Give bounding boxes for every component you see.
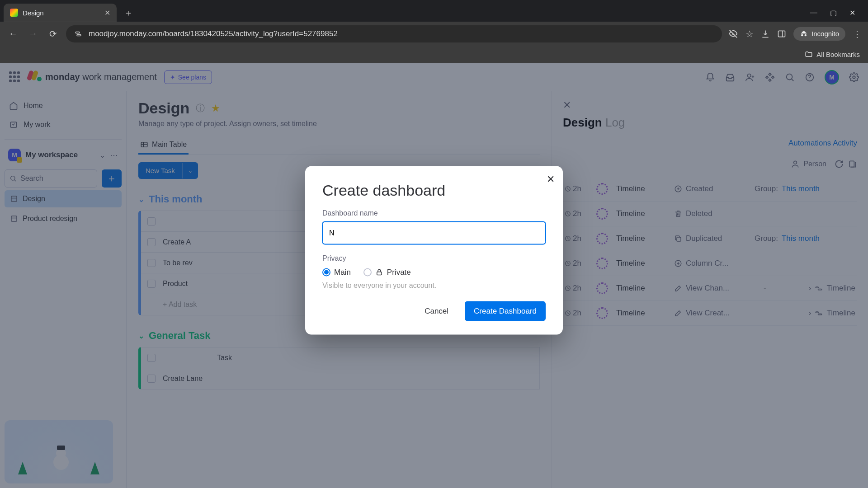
sidepanel-icon[interactable] [777,29,786,38]
cancel-button[interactable]: Cancel [415,301,458,321]
lock-icon [375,268,383,276]
tab-close-icon[interactable]: ✕ [104,9,110,17]
window-close-icon[interactable]: ✕ [849,9,855,17]
svg-rect-0 [75,32,80,33]
name-field-label: Dashboard name [322,209,546,217]
privacy-option-private[interactable]: Private [363,267,411,277]
browser-tab[interactable]: Design ✕ [4,4,117,22]
tab-favicon [10,9,18,17]
nav-back-icon[interactable]: ← [6,27,20,41]
svg-rect-1 [77,34,81,36]
url-text: moodjoy.monday.com/boards/1830420525/act… [89,29,338,38]
bookmarks-folder-icon [805,50,813,58]
nav-forward-icon[interactable]: → [26,27,40,41]
privacy-hint: Visible to everyone in your account. [322,281,546,289]
all-bookmarks-link[interactable]: All Bookmarks [816,51,860,58]
create-dashboard-button[interactable]: Create Dashboard [465,301,546,321]
dashboard-name-input[interactable] [322,221,546,244]
privacy-option-main[interactable]: Main [322,267,351,277]
window-minimize-icon[interactable]: — [810,9,817,17]
svg-rect-2 [778,31,785,37]
chrome-menu-icon[interactable]: ⋮ [853,28,862,39]
downloads-icon[interactable] [761,29,770,38]
privacy-label: Privacy [322,254,546,262]
create-dashboard-modal: ✕ Create dashboard Dashboard name Privac… [305,166,563,334]
radio-off-icon [363,268,372,276]
radio-on-icon [322,268,330,276]
svg-rect-32 [377,272,382,275]
tab-title: Design [23,9,44,17]
nav-reload-icon[interactable]: ⟳ [46,27,60,41]
incognito-label: Incognito [811,30,839,38]
modal-title: Create dashboard [322,181,546,199]
eye-off-icon[interactable] [728,29,738,39]
window-maximize-icon[interactable]: ▢ [830,9,837,17]
site-settings-icon[interactable] [73,29,83,39]
modal-close-icon[interactable]: ✕ [547,173,555,185]
new-tab-button[interactable]: ＋ [121,5,136,20]
incognito-badge[interactable]: Incognito [793,27,845,41]
bookmark-star-icon[interactable]: ☆ [745,28,754,39]
address-bar[interactable]: moodjoy.monday.com/boards/1830420525/act… [66,25,722,42]
